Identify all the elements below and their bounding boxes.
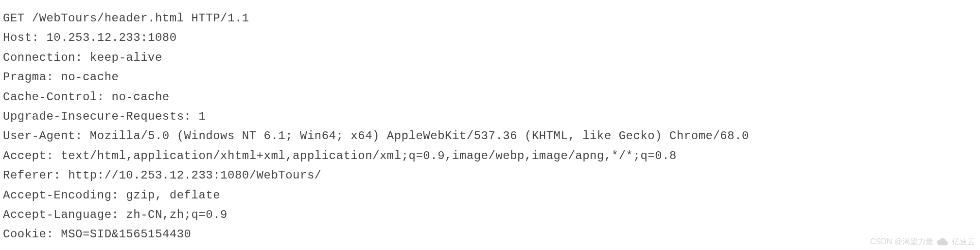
header-name: Accept: [3, 149, 46, 162]
http-header-upgrade-insecure-requests: Upgrade-Insecure-Requests: 1: [3, 107, 977, 126]
header-value: keep-alive: [90, 51, 162, 64]
http-header-pragma: Pragma: no-cache: [3, 68, 977, 87]
watermark-brand: 亿速云: [952, 235, 975, 248]
header-name: Cookie: [3, 228, 46, 241]
header-name: Connection: [3, 51, 75, 64]
http-request-line: GET /WebTours/header.html HTTP/1.1: [3, 9, 977, 28]
header-value: Mozilla/5.0 (Windows NT 6.1; Win64; x64)…: [90, 129, 749, 143]
watermark-csdn: CSDN @渴望力量: [870, 235, 933, 248]
http-header-accept-language: Accept-Language: zh-CN,zh;q=0.9: [3, 205, 977, 225]
http-header-connection: Connection: keep-alive: [3, 48, 977, 68]
header-value: no-cache: [61, 71, 119, 84]
header-value: text/html,application/xhtml+xml,applicat…: [61, 149, 677, 162]
header-value: 1: [198, 110, 206, 123]
http-header-host: Host: 10.253.12.233:1080: [3, 28, 977, 48]
http-header-accept: Accept: text/html,application/xhtml+xml,…: [3, 146, 977, 166]
header-name: Accept-Encoding: [3, 189, 112, 202]
http-header-referer: Referer: http://10.253.12.233:1080/WebTo…: [3, 166, 977, 185]
cloud-icon: [937, 238, 948, 246]
header-name: Pragma: [3, 71, 46, 84]
header-name: Host: [3, 31, 32, 44]
http-header-cookie: Cookie: MSO=SID&1565154430: [3, 225, 977, 244]
header-value: MSO=SID&1565154430: [61, 228, 191, 241]
header-value: no-cache: [112, 90, 170, 104]
header-name: Referer: [3, 169, 53, 182]
header-value: gzip, deflate: [126, 189, 220, 202]
header-name: User-Agent: [3, 129, 75, 143]
header-value: zh-CN,zh;q=0.9: [126, 208, 228, 221]
http-header-accept-encoding: Accept-Encoding: gzip, deflate: [3, 186, 977, 205]
header-name: Cache-Control: [3, 90, 97, 104]
watermark: CSDN @渴望力量 亿速云: [870, 235, 975, 248]
header-value: 10.253.12.233:1080: [46, 31, 176, 44]
http-header-cache-control: Cache-Control: no-cache: [3, 88, 977, 107]
http-request-block: GET /WebTours/header.html HTTP/1.1 Host:…: [3, 9, 977, 245]
header-value: http://10.253.12.233:1080/WebTours/: [68, 169, 322, 182]
header-name: Accept-Language: [3, 208, 112, 221]
header-name: Upgrade-Insecure-Requests: [3, 110, 184, 123]
http-header-user-agent: User-Agent: Mozilla/5.0 (Windows NT 6.1;…: [3, 126, 977, 146]
